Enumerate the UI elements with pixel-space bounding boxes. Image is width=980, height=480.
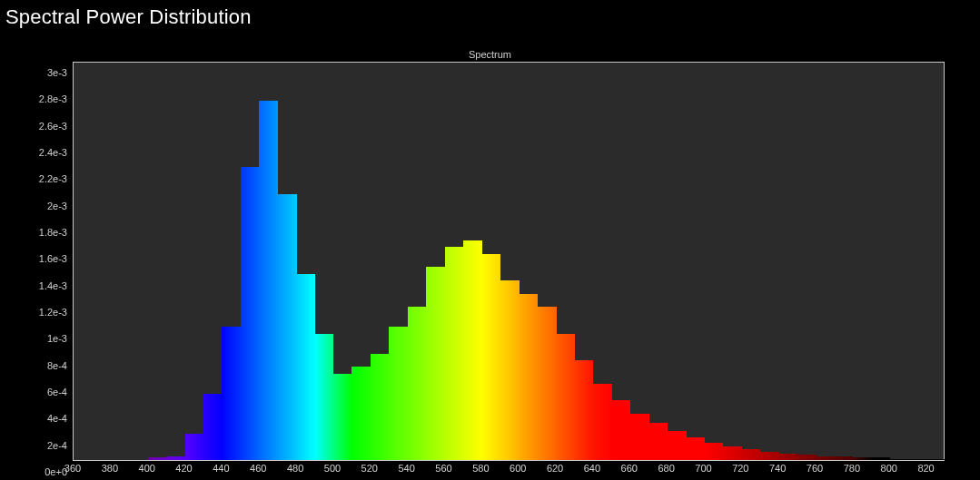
spectrum-bar — [500, 280, 520, 460]
x-tick-label: 660 — [621, 463, 638, 474]
plot-area — [73, 62, 945, 461]
spectrum-bar — [445, 247, 464, 460]
spectrum-bar — [166, 456, 185, 460]
y-tick-label: 2.4e-3 — [0, 147, 67, 158]
spectrum-bar — [834, 456, 853, 460]
spectrum-bar — [315, 334, 334, 460]
y-tick-label: 2.8e-3 — [0, 93, 67, 104]
y-tick-label: 4e-4 — [0, 413, 67, 424]
spectrum-bar — [686, 437, 705, 460]
spectrum-bar — [908, 459, 927, 460]
spectrum-bar — [371, 354, 390, 460]
spectrum-bar — [241, 167, 260, 460]
spectrum-bar — [760, 452, 779, 460]
spectrum-bar — [278, 194, 297, 460]
x-tick-label: 440 — [213, 463, 229, 474]
spectrum-bar — [222, 327, 241, 460]
spectrum-chart: Spectrum 0e+02e-44e-46e-48e-41e-31.2e-31… — [0, 36, 980, 480]
x-tick-label: 420 — [175, 463, 192, 474]
y-tick-label: 2.6e-3 — [0, 121, 67, 132]
x-tick-label: 740 — [769, 463, 786, 474]
spectrum-bar — [816, 456, 835, 460]
x-tick-label: 680 — [658, 463, 674, 474]
spectrum-bar — [611, 400, 630, 460]
spectrum-bar — [704, 443, 723, 460]
spectrum-bar — [741, 449, 760, 460]
spectrum-bar — [890, 459, 909, 460]
spectrum-bar — [556, 334, 575, 460]
spectrum-bar — [630, 414, 649, 460]
x-tick-label: 620 — [547, 463, 563, 474]
x-tick-label: 800 — [881, 463, 897, 474]
spectrum-bar — [426, 267, 445, 460]
spectrum-bar — [408, 307, 427, 460]
x-tick-label: 580 — [472, 463, 489, 474]
spectrum-bar — [668, 431, 687, 460]
spectrum-bar — [538, 307, 557, 460]
spectrum-bar — [296, 274, 315, 460]
page-title: Spectral Power Distribution — [0, 0, 980, 29]
x-tick-label: 360 — [64, 463, 81, 474]
spectrum-bar — [148, 457, 167, 460]
chart-title: Spectrum — [0, 49, 980, 60]
spectrum-bar — [351, 367, 371, 460]
x-tick-label: 480 — [287, 463, 303, 474]
x-tick-label: 460 — [250, 463, 266, 474]
spectrum-bar — [333, 374, 352, 460]
x-tick-label: 600 — [510, 463, 526, 474]
y-tick-label: 2e-4 — [0, 440, 67, 451]
x-tick-label: 500 — [324, 463, 341, 474]
y-tick-label: 0e+0 — [0, 466, 67, 477]
spectrum-bar — [389, 327, 408, 460]
spectrum-bar — [463, 240, 482, 460]
spectrum-bar — [574, 360, 593, 460]
y-tick-label: 2.2e-3 — [0, 173, 67, 184]
x-tick-label: 380 — [102, 463, 118, 474]
spectrum-bar — [927, 459, 946, 460]
x-tick-label: 560 — [435, 463, 451, 474]
spectrum-bar — [778, 454, 797, 460]
y-tick-label: 8e-4 — [0, 360, 67, 371]
spectrum-bar — [481, 254, 500, 460]
x-tick-label: 520 — [361, 463, 378, 474]
spectrum-bar — [723, 446, 742, 460]
spectrum-bar — [259, 101, 278, 460]
x-tick-label: 640 — [584, 463, 600, 474]
spectrum-bar — [648, 423, 668, 460]
y-tick-label: 3e-3 — [0, 67, 67, 78]
y-tick-label: 1.6e-3 — [0, 253, 67, 264]
x-tick-label: 820 — [917, 463, 934, 474]
x-tick-label: 400 — [139, 463, 155, 474]
spectrum-bar — [185, 434, 204, 460]
y-tick-label: 1.2e-3 — [0, 307, 67, 318]
x-tick-label: 720 — [732, 463, 748, 474]
spectrum-bar — [203, 394, 223, 460]
spectrum-bar — [853, 457, 872, 460]
spectrum-bar — [797, 455, 817, 460]
x-tick-label: 780 — [844, 463, 860, 474]
chart-bars — [74, 63, 944, 460]
y-tick-label: 1.8e-3 — [0, 227, 67, 238]
y-tick-label: 1e-3 — [0, 333, 67, 344]
x-tick-label: 760 — [807, 463, 823, 474]
x-tick-label: 700 — [695, 463, 711, 474]
spectrum-bar — [593, 384, 612, 460]
y-tick-label: 2e-3 — [0, 201, 67, 211]
spectrum-bar — [871, 457, 890, 460]
y-tick-label: 1.4e-3 — [0, 280, 67, 291]
x-tick-label: 540 — [398, 463, 414, 474]
spectrum-bar — [519, 294, 538, 460]
y-tick-label: 6e-4 — [0, 387, 67, 397]
